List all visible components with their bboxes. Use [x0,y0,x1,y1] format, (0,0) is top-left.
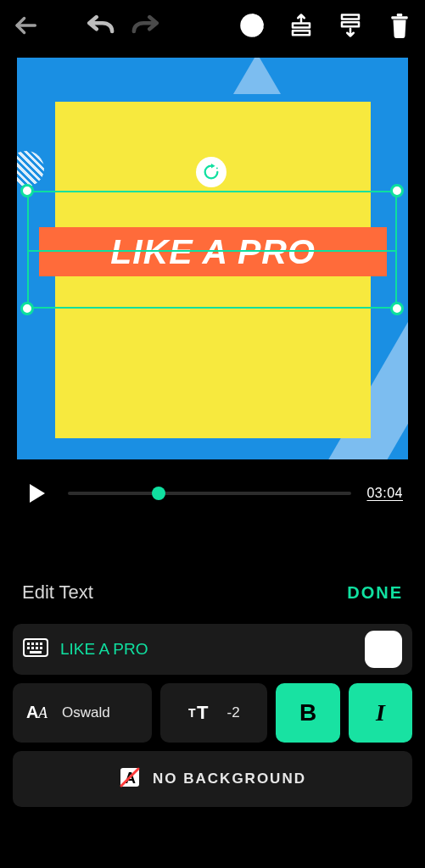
svg-rect-6 [342,15,359,19]
svg-rect-18 [31,647,34,649]
trash-icon[interactable] [384,10,415,41]
text-controls: LIKE A PRO AA Oswald TT -2 B I A NO BACK… [0,604,425,807]
font-icon: AA [26,701,52,725]
done-button[interactable]: DONE [347,583,403,603]
play-icon[interactable] [22,478,53,509]
svg-text:T: T [188,706,196,720]
no-background-icon: A [119,766,141,792]
svg-point-10 [216,168,218,170]
resize-handle-bl[interactable] [20,302,34,315]
panel-title: Edit Text [22,581,93,604]
undo-icon[interactable] [85,10,115,41]
playback-bar: 03:04 [0,459,425,509]
resize-handle-br[interactable] [390,302,404,315]
font-name-label: Oswald [62,704,110,721]
svg-rect-21 [30,651,42,654]
svg-rect-14 [31,643,34,645]
italic-label: I [376,699,385,726]
svg-rect-13 [27,643,30,645]
selection-guide [27,250,397,252]
svg-rect-15 [36,643,38,645]
font-picker[interactable]: AA Oswald [13,683,152,743]
font-size-control[interactable]: TT -2 [160,683,268,743]
design-canvas[interactable]: LIKE A PRO [17,58,408,459]
svg-text:T: T [197,702,209,721]
svg-rect-17 [27,647,30,649]
timeline-thumb[interactable] [152,487,165,500]
svg-rect-5 [293,31,310,35]
bring-forward-icon[interactable] [286,10,316,41]
keyboard-icon [23,638,48,660]
font-size-value: -2 [227,704,240,721]
svg-rect-20 [40,647,42,649]
top-toolbar [0,0,425,51]
bold-toggle[interactable]: B [276,683,339,743]
background-toggle[interactable]: A NO BACKGROUND [13,751,412,807]
background-label: NO BACKGROUND [153,771,306,787]
svg-rect-16 [40,643,42,645]
text-input-value: LIKE A PRO [60,640,353,659]
svg-rect-4 [293,24,310,28]
svg-text:A: A [37,704,48,721]
svg-rect-7 [342,22,359,26]
font-size-icon: TT [188,702,214,724]
resize-handle-tl[interactable] [20,184,34,198]
redo-icon[interactable] [131,10,161,41]
svg-rect-9 [397,14,402,16]
opacity-icon[interactable] [237,10,267,41]
svg-rect-19 [36,647,38,649]
canvas-area: LIKE A PRO [0,51,425,459]
decor-triangle [233,58,281,94]
bold-label: B [299,699,316,726]
send-backward-icon[interactable] [335,10,366,41]
duration-label[interactable]: 03:04 [366,486,403,501]
svg-rect-8 [391,16,407,19]
rotate-handle[interactable] [196,157,226,187]
text-color-swatch[interactable] [365,631,402,668]
svg-text:A: A [26,703,38,721]
italic-toggle[interactable]: I [349,683,412,743]
decor-hatch-circle [17,151,44,186]
timeline-track[interactable] [68,492,351,495]
svg-marker-11 [30,484,45,503]
panel-header: Edit Text DONE [0,509,425,604]
back-arrow-icon[interactable] [10,10,41,41]
resize-handle-tr[interactable] [390,184,404,198]
text-input-card[interactable]: LIKE A PRO [13,624,412,675]
